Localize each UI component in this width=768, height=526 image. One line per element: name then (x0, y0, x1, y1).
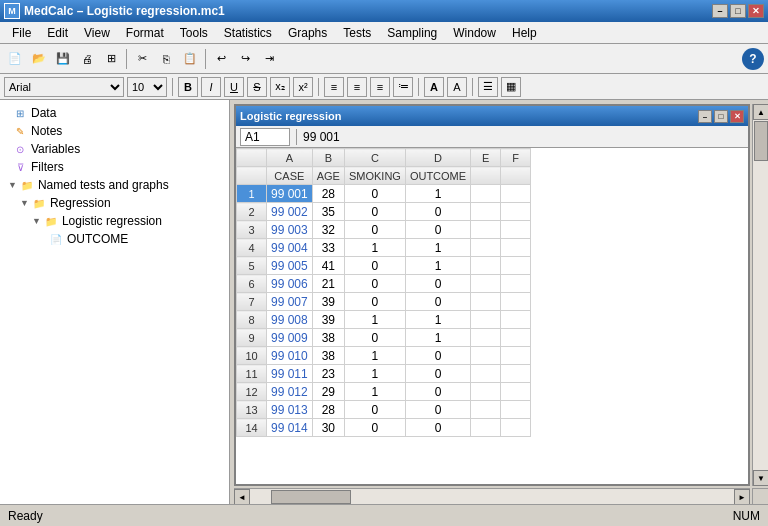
cell-case[interactable]: 99 006 (267, 275, 313, 293)
col-header-B[interactable]: B (312, 149, 344, 167)
cell-e[interactable] (471, 257, 501, 275)
cell-smoking[interactable]: 1 (344, 239, 405, 257)
subheader-F[interactable] (501, 167, 531, 185)
cell-e[interactable] (471, 239, 501, 257)
menu-view[interactable]: View (76, 22, 118, 43)
cell-age[interactable]: 38 (312, 329, 344, 347)
cell-e[interactable] (471, 401, 501, 419)
menu-tests[interactable]: Tests (335, 22, 379, 43)
cell-age[interactable]: 28 (312, 401, 344, 419)
table-row[interactable]: 499 0043311 (237, 239, 531, 257)
menu-help[interactable]: Help (504, 22, 545, 43)
cell-smoking[interactable]: 0 (344, 203, 405, 221)
inner-maximize-button[interactable]: □ (714, 110, 728, 123)
cell-f[interactable] (501, 275, 531, 293)
cut-button[interactable]: ✂ (131, 48, 153, 70)
cell-outcome[interactable]: 0 (405, 419, 470, 437)
cell-case[interactable]: 99 007 (267, 293, 313, 311)
cell-age[interactable]: 38 (312, 347, 344, 365)
table-row[interactable]: 1399 0132800 (237, 401, 531, 419)
subheader-OUTCOME[interactable]: OUTCOME (405, 167, 470, 185)
close-button[interactable]: ✕ (748, 4, 764, 18)
cell-case[interactable]: 99 001 (267, 185, 313, 203)
sidebar-item-named-tests[interactable]: ▼ 📁 Named tests and graphs (0, 176, 229, 194)
cell-age[interactable]: 21 (312, 275, 344, 293)
table-row[interactable]: 699 0062100 (237, 275, 531, 293)
cell-age[interactable]: 30 (312, 419, 344, 437)
cell-outcome[interactable]: 1 (405, 257, 470, 275)
cell-f[interactable] (501, 419, 531, 437)
cell-outcome[interactable]: 1 (405, 311, 470, 329)
new-button[interactable]: 📄 (4, 48, 26, 70)
cell-outcome[interactable]: 1 (405, 329, 470, 347)
minimize-button[interactable]: – (712, 4, 728, 18)
menu-window[interactable]: Window (445, 22, 504, 43)
undo-button[interactable]: ↩ (210, 48, 232, 70)
subheader-SMOKING[interactable]: SMOKING (344, 167, 405, 185)
font-select[interactable]: Arial (4, 77, 124, 97)
table-row[interactable]: 199 0012801 (237, 185, 531, 203)
cell-f[interactable] (501, 383, 531, 401)
sidebar-item-notes[interactable]: ✎ Notes (0, 122, 229, 140)
table-row[interactable]: 899 0083911 (237, 311, 531, 329)
cell-smoking[interactable]: 1 (344, 383, 405, 401)
cell-outcome[interactable]: 0 (405, 365, 470, 383)
hscroll-right-button[interactable]: ► (734, 489, 750, 504)
align-center-button[interactable]: ≡ (347, 77, 367, 97)
cell-age[interactable]: 29 (312, 383, 344, 401)
format-extra1[interactable]: ☰ (478, 77, 498, 97)
cell-case[interactable]: 99 014 (267, 419, 313, 437)
cell-e[interactable] (471, 293, 501, 311)
cell-f[interactable] (501, 221, 531, 239)
subheader-AGE[interactable]: AGE (312, 167, 344, 185)
cell-age[interactable]: 23 (312, 365, 344, 383)
save-button[interactable]: 💾 (52, 48, 74, 70)
redo-button[interactable]: ↪ (234, 48, 256, 70)
table-row[interactable]: 1199 0112310 (237, 365, 531, 383)
hscroll-track[interactable] (250, 489, 734, 504)
table-row[interactable]: 1299 0122910 (237, 383, 531, 401)
menu-statistics[interactable]: Statistics (216, 22, 280, 43)
table-row[interactable]: 799 0073900 (237, 293, 531, 311)
cell-case[interactable]: 99 011 (267, 365, 313, 383)
table-row[interactable]: 299 0023500 (237, 203, 531, 221)
font-size-up-button[interactable]: A (424, 77, 444, 97)
hscroll-thumb[interactable] (271, 490, 351, 504)
vscroll-track[interactable] (753, 120, 768, 470)
horizontal-scrollbar[interactable]: ◄ ► (234, 488, 750, 504)
cell-f[interactable] (501, 329, 531, 347)
cell-case[interactable]: 99 002 (267, 203, 313, 221)
cell-age[interactable]: 41 (312, 257, 344, 275)
sidebar-item-variables[interactable]: ⊙ Variables (0, 140, 229, 158)
cell-f[interactable] (501, 203, 531, 221)
superscript-button[interactable]: x² (293, 77, 313, 97)
cell-case[interactable]: 99 013 (267, 401, 313, 419)
list-button[interactable]: ≔ (393, 77, 413, 97)
menu-graphs[interactable]: Graphs (280, 22, 335, 43)
cell-outcome[interactable]: 1 (405, 239, 470, 257)
sidebar-item-filters[interactable]: ⊽ Filters (0, 158, 229, 176)
cell-age[interactable]: 39 (312, 311, 344, 329)
cell-smoking[interactable]: 0 (344, 275, 405, 293)
table-row[interactable]: 999 0093801 (237, 329, 531, 347)
cell-e[interactable] (471, 203, 501, 221)
cell-f[interactable] (501, 401, 531, 419)
table-row[interactable]: 1499 0143000 (237, 419, 531, 437)
sidebar-item-data[interactable]: ⊞ Data (0, 104, 229, 122)
copy-button[interactable]: ⎘ (155, 48, 177, 70)
cell-e[interactable] (471, 329, 501, 347)
cell-f[interactable] (501, 365, 531, 383)
menu-file[interactable]: File (4, 22, 39, 43)
hscroll-left-button[interactable]: ◄ (234, 489, 250, 504)
sidebar-item-outcome[interactable]: 📄 OUTCOME (0, 230, 229, 248)
cell-outcome[interactable]: 0 (405, 401, 470, 419)
sidebar-item-logistic-regression[interactable]: ▼ 📁 Logistic regression (0, 212, 229, 230)
col-header-D[interactable]: D (405, 149, 470, 167)
cell-smoking[interactable]: 0 (344, 401, 405, 419)
cell-smoking[interactable]: 0 (344, 419, 405, 437)
cell-case[interactable]: 99 003 (267, 221, 313, 239)
size-select[interactable]: 10 (127, 77, 167, 97)
spreadsheet-container[interactable]: A B C D E F CASE AGE SMOKING OUTC (236, 148, 748, 484)
cell-e[interactable] (471, 221, 501, 239)
vscroll-down-button[interactable]: ▼ (753, 470, 768, 486)
